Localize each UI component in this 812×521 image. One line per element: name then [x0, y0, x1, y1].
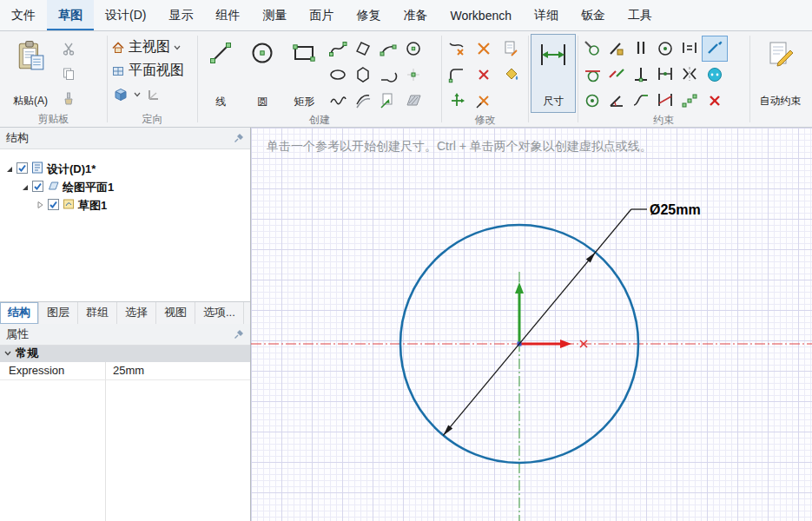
point-tool-button[interactable] — [400, 62, 426, 88]
polygon-tool-button[interactable] — [350, 62, 375, 88]
auto-constraint-group: 自动约束 — [750, 31, 812, 127]
delete-tool-button[interactable] — [471, 88, 498, 114]
bottom-tab-selection[interactable]: 选择 — [117, 302, 156, 324]
axes-icon — [147, 88, 161, 102]
left-panel: 结构 设计(D)1* 绘图平面1 — [0, 128, 251, 521]
expander-closed-icon[interactable] — [36, 199, 44, 212]
trim-tool-button[interactable] — [444, 36, 471, 62]
tab-tools[interactable]: 工具 — [617, 0, 663, 30]
center-circle-tool-button[interactable] — [400, 36, 426, 62]
constraint-special-buttons — [702, 34, 728, 114]
tree-item-sketch[interactable]: 草图1 — [0, 196, 250, 214]
ellipse-tool-button[interactable] — [325, 62, 350, 88]
tab-design[interactable]: 设计(D) — [94, 0, 157, 30]
bottom-tab-views[interactable]: 视图 — [156, 302, 195, 324]
checkbox-checked[interactable] — [48, 199, 59, 213]
pattern-constraint-button[interactable] — [677, 88, 702, 114]
fix-constraint-button[interactable] — [604, 36, 629, 62]
rectangle-tool-button[interactable]: 矩形 — [283, 34, 325, 114]
tab-sketch[interactable]: 草图 — [47, 0, 94, 30]
erase-tool-button[interactable] — [471, 62, 498, 88]
circle-icon — [249, 40, 275, 66]
fill-color-tool-button[interactable] — [498, 62, 525, 88]
symmetric-constraint-button[interactable] — [677, 62, 702, 88]
equal-constraint-button[interactable] — [677, 36, 702, 62]
tab-sheetmetal[interactable]: 钣金 — [570, 0, 617, 30]
offset-curve-tool-button[interactable] — [350, 88, 375, 114]
main-view-button[interactable]: 主视图 — [109, 36, 186, 59]
tab-measure[interactable]: 测量 — [251, 0, 298, 30]
arc-tool-button[interactable] — [375, 36, 400, 62]
parallel-constraint-button[interactable] — [629, 36, 653, 62]
copy-button[interactable] — [59, 64, 78, 83]
paste-icon — [15, 40, 46, 71]
spline-tool-button[interactable] — [325, 36, 350, 62]
checkbox-checked[interactable] — [17, 162, 28, 176]
sketch-canvas[interactable]: 单击一个参考以开始创建尺寸。Ctrl + 单击两个对象以创建虚拟点或线。 — [251, 128, 812, 521]
paste-button[interactable]: 粘贴(A) — [2, 34, 59, 113]
tree-item-sketch-plane[interactable]: 绘图平面1 — [0, 178, 250, 196]
split-tool-button[interactable] — [471, 36, 498, 62]
tab-file[interactable]: 文件 — [0, 0, 47, 30]
isometric-view-button[interactable] — [111, 85, 130, 104]
transform-tool-button[interactable] — [444, 88, 471, 114]
pin-icon — [234, 133, 244, 143]
erase-icon — [474, 65, 493, 84]
fill-hatch-tool-button[interactable] — [400, 88, 426, 114]
auto-constraint-button[interactable]: 自动约束 — [752, 34, 809, 113]
view-axes-button[interactable] — [144, 85, 163, 104]
tab-workbench[interactable]: Workbench — [439, 0, 523, 30]
checkbox-checked[interactable] — [32, 181, 43, 195]
convert-entities-tool-button[interactable] — [498, 36, 525, 62]
properties-panel-title: 属性 — [6, 326, 29, 342]
rectangle-label: 矩形 — [294, 95, 314, 109]
circle-tool-button[interactable]: 圆 — [241, 34, 283, 114]
coincident-constraint-button[interactable] — [580, 88, 604, 114]
tangent-arc-tool-button[interactable] — [375, 62, 400, 88]
tab-detail[interactable]: 详细 — [523, 0, 570, 30]
expander-open-icon[interactable] — [20, 181, 29, 194]
expander-open-icon[interactable] — [4, 162, 13, 175]
format-painter-button[interactable] — [59, 89, 78, 109]
dimension-value[interactable]: Ø25mm — [650, 202, 701, 217]
pin-button[interactable] — [234, 329, 244, 340]
cut-button[interactable] — [59, 39, 78, 58]
distance-constraint-button[interactable] — [653, 88, 677, 114]
concentric-constraint-button[interactable] — [653, 36, 677, 62]
bottom-tab-options[interactable]: 选项... — [195, 302, 244, 324]
bottom-tab-structure[interactable]: 结构 — [0, 302, 39, 324]
fix-icon — [607, 39, 626, 58]
properties-section-general[interactable]: 常规 — [0, 346, 250, 362]
tab-prepare[interactable]: 准备 — [392, 0, 439, 30]
bottom-tab-layers[interactable]: 图层 — [39, 302, 78, 324]
smart-constraint-button[interactable] — [702, 36, 728, 62]
fillet-tool-button[interactable] — [444, 62, 471, 88]
smooth-constraint-button[interactable] — [629, 88, 653, 114]
pin-button[interactable] — [234, 133, 244, 143]
tangent-constraint-button[interactable] — [580, 62, 604, 88]
property-value[interactable]: 25mm — [106, 362, 250, 379]
tab-components[interactable]: 组件 — [204, 0, 251, 30]
collinear-constraint-button[interactable] — [604, 62, 629, 88]
inspect-constraint-button[interactable] — [580, 36, 604, 62]
bottom-tab-groups[interactable]: 群组 — [78, 302, 117, 324]
tab-repair[interactable]: 修复 — [345, 0, 392, 30]
three-point-rect-tool-button[interactable] — [350, 36, 375, 62]
line-tool-button[interactable]: 线 — [200, 34, 241, 114]
modify-tool-grid — [444, 34, 525, 114]
tab-mesh[interactable]: 面片 — [298, 0, 345, 30]
tree-item-label: 绘图平面1 — [63, 180, 114, 195]
paint-bucket-icon — [501, 65, 520, 84]
dimension-button[interactable]: 尺寸 — [531, 34, 576, 113]
tab-display[interactable]: 显示 — [157, 0, 204, 30]
sketch-icon — [63, 198, 75, 213]
plane-view-button[interactable]: 平面视图 — [109, 59, 186, 82]
freehand-tool-button[interactable] — [325, 88, 350, 114]
auto-dimension-button[interactable] — [702, 62, 728, 88]
convert-curve-tool-button[interactable] — [375, 88, 400, 114]
delete-constraint-button[interactable] — [702, 88, 728, 114]
tree-item-design[interactable]: 设计(D)1* — [0, 160, 250, 178]
angle-constraint-button[interactable] — [604, 88, 629, 114]
midpoint-constraint-button[interactable] — [653, 62, 677, 88]
perpendicular-constraint-button[interactable] — [629, 62, 653, 88]
